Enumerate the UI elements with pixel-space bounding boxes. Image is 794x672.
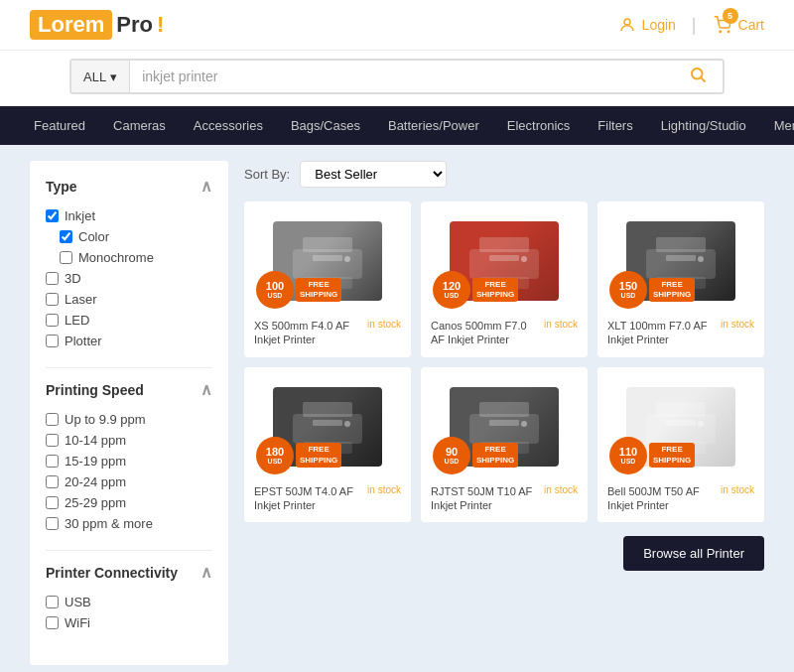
search-input[interactable] <box>130 61 673 92</box>
filter-checkbox[interactable] <box>46 314 59 327</box>
filter-speed-item[interactable]: Up to 9.9 ppm <box>46 409 212 430</box>
login-button[interactable]: Login <box>618 16 676 34</box>
product-image-wrap: 100USDFREESHIPPING <box>254 211 401 311</box>
price-badge: 180USDFREESHIPPING <box>256 437 341 474</box>
price-circle: 180USD <box>256 437 294 474</box>
nav-item-bags/cases[interactable]: Bags/Cases <box>277 106 374 145</box>
nav-item-cameras[interactable]: Cameras <box>99 106 180 145</box>
main-nav: FeaturedCamerasAccessoriesBags/CasesBatt… <box>0 106 794 145</box>
filter-connectivity-title[interactable]: Printer Connectivity ∧ <box>46 563 212 582</box>
search-category-dropdown[interactable]: ALL ▾ <box>71 61 130 92</box>
price-circle: 150USD <box>609 271 647 309</box>
filter-item-label: Up to 9.9 ppm <box>65 412 146 427</box>
filter-connectivity: Printer Connectivity ∧ USBWiFi <box>46 563 212 633</box>
filter-connectivity-toggle: ∧ <box>200 563 212 582</box>
product-card[interactable]: 90USDFREESHIPPINGRJTST 50JM T10 AF Inkje… <box>421 367 588 523</box>
filter-speed-item[interactable]: 15-19 ppm <box>46 451 212 471</box>
filter-checkbox[interactable] <box>46 293 59 306</box>
product-info: RJTST 50JM T10 AF Inkjet Printerin stock <box>431 484 578 513</box>
svg-point-29 <box>521 421 527 427</box>
nav-item-accessories[interactable]: Accessories <box>180 106 277 145</box>
filter-checkbox[interactable] <box>46 517 59 530</box>
filter-speed-item[interactable]: 30 ppm & more <box>46 513 212 534</box>
filter-type-item[interactable]: Inkjet <box>46 205 212 226</box>
filter-type-title[interactable]: Type ∧ <box>46 177 212 196</box>
chevron-down-icon: ▾ <box>110 69 117 84</box>
product-info: XLT 100mm F7.0 AF Inkjet Printerin stock <box>607 319 754 347</box>
browse-all-button[interactable]: Browse all Printer <box>623 536 764 571</box>
type-items-list: InkjetColorMonochrome3DLaserLEDPlotter <box>46 205 212 351</box>
product-name: XLT 100mm F7.0 AF Inkjet Printer <box>607 319 717 347</box>
free-shipping-badge: FREESHIPPING <box>649 443 695 468</box>
nav-item-memory[interactable]: Memory <box>760 106 794 145</box>
filter-speed-item[interactable]: 20-24 ppm <box>46 471 212 492</box>
nav-item-electronics[interactable]: Electronics <box>493 106 585 145</box>
product-name: RJTST 50JM T10 AF Inkjet Printer <box>431 484 540 513</box>
browse-btn-wrap: Browse all Printer <box>244 536 764 571</box>
product-card[interactable]: 110USDFREESHIPPINGBell 500JM T50 AF Inkj… <box>597 367 764 523</box>
sort-select[interactable]: Best SellerPrice: Low to HighPrice: High… <box>300 161 447 188</box>
filter-checkbox[interactable] <box>46 209 59 222</box>
nav-item-batteries/power[interactable]: Batteries/Power <box>374 106 493 145</box>
product-image-wrap: 150USDFREESHIPPING <box>607 211 754 311</box>
svg-rect-18 <box>666 255 696 261</box>
filter-item-label: 10-14 ppm <box>65 433 126 448</box>
svg-rect-6 <box>303 237 352 252</box>
nav-item-filters[interactable]: Filters <box>584 106 646 145</box>
filter-speed-item[interactable]: 25-29 ppm <box>46 492 212 513</box>
filter-checkbox[interactable] <box>60 251 72 264</box>
user-icon <box>618 16 636 34</box>
filter-item-label: WiFi <box>65 615 90 630</box>
filter-speed-title[interactable]: Printing Speed ∧ <box>46 380 212 399</box>
filter-checkbox[interactable] <box>46 272 59 285</box>
filter-speed: Printing Speed ∧ Up to 9.9 ppm10-14 ppm1… <box>46 380 212 534</box>
search-button[interactable] <box>673 61 723 92</box>
product-image-wrap: 180USDFREESHIPPING <box>254 377 401 476</box>
filter-checkbox[interactable] <box>46 335 59 347</box>
filter-item-label: 3D <box>65 271 81 286</box>
nav-item-featured[interactable]: Featured <box>20 106 99 145</box>
filter-checkbox[interactable] <box>46 455 59 468</box>
logo: Lorem Pro ! <box>30 10 164 40</box>
product-name: Canos 500mm F7.0 AF Inkjet Printer <box>431 319 540 347</box>
product-image-wrap: 90USDFREESHIPPING <box>431 377 578 476</box>
free-shipping-badge: FREESHIPPING <box>472 443 518 468</box>
logo-lorem: Lorem <box>30 10 112 40</box>
filter-connectivity-item[interactable]: USB <box>46 592 212 612</box>
products-area: Sort By: Best SellerPrice: Low to HighPr… <box>244 161 764 665</box>
product-info: XS 500mm F4.0 AF Inkjet Printerin stock <box>254 319 401 347</box>
filter-checkbox[interactable] <box>46 616 59 629</box>
product-card[interactable]: 180USDFREESHIPPINGEPST 50JM T4.0 AF Inkj… <box>244 367 411 523</box>
product-card[interactable]: 100USDFREESHIPPINGXS 500mm F4.0 AF Inkje… <box>244 202 411 357</box>
filter-item-label: Laser <box>65 292 97 307</box>
filter-type-item[interactable]: Plotter <box>46 331 212 351</box>
filter-speed-item[interactable]: 10-14 ppm <box>46 430 212 451</box>
product-status: in stock <box>544 484 578 495</box>
filter-checkbox[interactable] <box>46 475 59 488</box>
filter-checkbox[interactable] <box>46 596 59 608</box>
cart-button[interactable]: 5 Cart <box>713 16 764 34</box>
filter-type-item[interactable]: Color <box>46 226 212 247</box>
filter-type-item[interactable]: Laser <box>46 289 212 310</box>
svg-rect-23 <box>313 420 342 426</box>
filter-type-item[interactable]: 3D <box>46 268 212 289</box>
header-right: Login | 5 Cart <box>618 15 764 36</box>
filter-type-item[interactable]: LED <box>46 310 212 331</box>
filter-checkbox[interactable] <box>46 496 59 509</box>
filter-checkbox[interactable] <box>46 434 59 447</box>
filter-type-item[interactable]: Monochrome <box>46 247 212 268</box>
nav-item-lighting/studio[interactable]: Lighting/Studio <box>647 106 760 145</box>
product-card[interactable]: 150USDFREESHIPPINGXLT 100mm F7.0 AF Inkj… <box>597 202 764 357</box>
price-circle: 120USD <box>433 271 470 309</box>
filter-connectivity-item[interactable]: WiFi <box>46 612 212 633</box>
logo-exclaim: ! <box>157 12 164 38</box>
svg-rect-28 <box>489 420 519 426</box>
svg-point-3 <box>692 68 703 79</box>
header-divider: | <box>692 15 697 36</box>
product-status: in stock <box>544 319 578 330</box>
svg-point-34 <box>698 421 704 427</box>
filter-checkbox[interactable] <box>46 413 59 426</box>
login-label: Login <box>642 17 676 33</box>
filter-checkbox[interactable] <box>60 230 72 243</box>
product-card[interactable]: 120USDFREESHIPPINGCanos 500mm F7.0 AF In… <box>421 202 588 357</box>
